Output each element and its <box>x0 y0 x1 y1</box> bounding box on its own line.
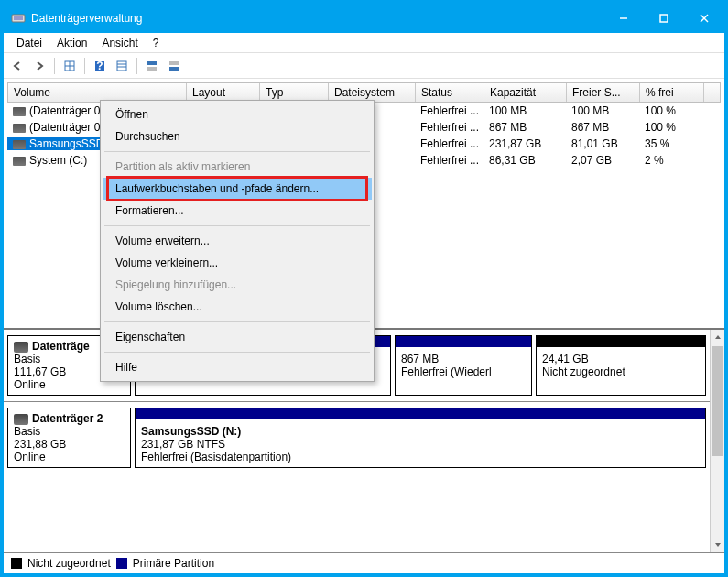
tb-detail-top-icon[interactable] <box>142 56 162 76</box>
forward-button[interactable] <box>29 56 49 76</box>
svg-rect-3 <box>660 15 668 22</box>
ctx-delete[interactable]: Volume löschen... <box>103 296 372 318</box>
app-icon <box>11 11 26 26</box>
col-layout[interactable]: Layout <box>187 83 260 102</box>
vertical-scrollbar[interactable] <box>710 330 724 552</box>
menu-help[interactable]: ? <box>146 35 167 51</box>
disk-2-label: Datenträger 2 <box>32 412 103 425</box>
legend: Nicht zugeordnet Primäre Partition <box>4 552 724 573</box>
disk-2-partition-1[interactable]: SamsungsSSD (N:)231,87 GB NTFSFehlerfrei… <box>135 408 706 468</box>
svg-rect-16 <box>169 61 179 65</box>
col-free[interactable]: Freier S... <box>567 83 640 102</box>
tb-list-icon[interactable] <box>112 56 132 76</box>
disk2-p1-name: SamsungsSSD (N:) <box>141 425 241 438</box>
disk0-p1-size: 867 MB <box>401 353 526 365</box>
minimize-button[interactable] <box>603 4 644 33</box>
disk0-p2-size: 24,41 GB <box>542 353 700 365</box>
volume-icon <box>13 157 26 166</box>
col-fs[interactable]: Dateisystem <box>329 83 416 102</box>
disk-icon <box>14 342 28 353</box>
ctx-open[interactable]: Öffnen <box>103 103 372 125</box>
ctx-extend[interactable]: Volume erweitern... <box>103 230 372 252</box>
toolbar: ? <box>4 53 724 79</box>
svg-rect-1 <box>14 16 23 20</box>
disk-row-2: Datenträger 2 Basis 231,88 GB Online Sam… <box>4 402 710 474</box>
col-type[interactable]: Typ <box>260 83 329 102</box>
ctx-help[interactable]: Hilfe <box>103 356 372 378</box>
window-title: Datenträgerverwaltung <box>31 12 603 25</box>
volume-list: Volume Layout Typ Dateisystem Status Kap… <box>4 79 724 328</box>
volume-icon <box>13 124 26 133</box>
ctx-format[interactable]: Formatieren... <box>103 200 372 222</box>
ctx-mark-active: Partition als aktiv markieren <box>103 156 372 178</box>
maximize-button[interactable] <box>644 4 684 33</box>
menubar: Datei Aktion Ansicht ? <box>4 33 724 53</box>
scroll-down-button[interactable] <box>711 538 724 552</box>
disk-icon <box>14 414 28 425</box>
help-icon[interactable]: ? <box>90 56 110 76</box>
disk-2-type: Basis <box>14 425 125 438</box>
col-status[interactable]: Status <box>416 83 484 102</box>
menu-file[interactable]: Datei <box>9 35 49 51</box>
legend-unallocated: Nicht zugeordnet <box>27 557 111 570</box>
ctx-explore[interactable]: Durchsuchen <box>103 125 372 147</box>
titlebar: Datenträgerverwaltung <box>4 4 724 33</box>
scroll-thumb[interactable] <box>712 346 723 456</box>
disk-0-unallocated[interactable]: 24,41 GBNicht zugeordnet <box>536 335 706 396</box>
ctx-change-drive-letter[interactable]: Laufwerkbuchstaben und -pfade ändern... <box>103 178 372 200</box>
svg-rect-11 <box>117 61 126 71</box>
disk-2-size: 231,88 GB <box>14 438 125 451</box>
menu-view[interactable]: Ansicht <box>94 35 145 51</box>
ctx-properties[interactable]: Eigenschaften <box>103 326 372 348</box>
volume-icon <box>13 107 26 116</box>
ctx-add-mirror: Spiegelung hinzufügen... <box>103 274 372 296</box>
context-menu: Öffnen Durchsuchen Partition als aktiv m… <box>100 100 375 382</box>
back-button[interactable] <box>7 56 27 76</box>
svg-rect-15 <box>147 67 157 71</box>
col-pct[interactable]: % frei <box>640 83 704 102</box>
disk2-p1-status: Fehlerfrei (Basisdatenpartition) <box>141 451 700 463</box>
scroll-up-button[interactable] <box>711 330 724 344</box>
svg-rect-17 <box>169 67 179 71</box>
disk-0-label: Datenträge <box>32 340 90 353</box>
tb-grid-icon[interactable] <box>60 56 80 76</box>
svg-text:?: ? <box>96 60 103 72</box>
tb-detail-bottom-icon[interactable] <box>164 56 184 76</box>
disk-0-partition-1[interactable]: 867 MBFehlerfrei (Wiederl <box>395 335 532 396</box>
disk2-p1-size: 231,87 GB NTFS <box>141 438 700 451</box>
disk0-p2-status: Nicht zugeordnet <box>542 365 700 378</box>
close-button[interactable] <box>684 4 724 33</box>
col-volume[interactable]: Volume <box>8 83 187 102</box>
disk-2-state: Online <box>14 451 125 463</box>
disk-2-info[interactable]: Datenträger 2 Basis 231,88 GB Online <box>7 408 131 468</box>
legend-swatch-unallocated <box>11 558 22 569</box>
menu-action[interactable]: Aktion <box>49 35 94 51</box>
disk0-p1-status: Fehlerfrei (Wiederl <box>401 365 526 378</box>
legend-primary: Primäre Partition <box>133 557 214 570</box>
legend-swatch-primary <box>116 558 127 569</box>
svg-rect-14 <box>147 61 157 65</box>
ctx-shrink[interactable]: Volume verkleinern... <box>103 252 372 274</box>
col-capacity[interactable]: Kapazität <box>484 83 567 102</box>
volume-icon <box>13 140 26 149</box>
